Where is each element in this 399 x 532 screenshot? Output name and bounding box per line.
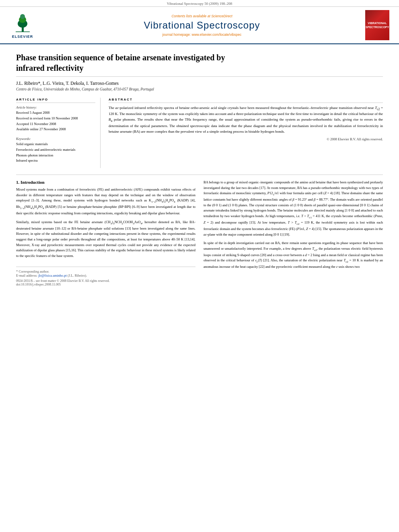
- right-para-1: BA belongs to a group of mixed organic–i…: [204, 180, 383, 237]
- abstract-col: ABSTRACT The ac-polarized infrared refle…: [109, 98, 383, 168]
- journal-cover-image: VIBRATIONAL SPECTROSCOPY: [365, 10, 389, 40]
- article-footer: * Corresponding author. E-mail address: …: [16, 267, 195, 286]
- sciencedirect-info: Contents lists available at ScienceDirec…: [39, 14, 365, 18]
- article-title: Phase transition sequence of betaine ars…: [16, 52, 383, 77]
- keywords-list: Solid organic materials Ferroelectric an…: [16, 142, 95, 163]
- keyword-1: Solid organic materials: [16, 142, 95, 147]
- article-info-col: ARTICLE INFO Article history: Received 5…: [16, 98, 101, 168]
- article-affiliation: Centro de Física, Universidade do Minho,…: [16, 87, 383, 91]
- keyword-3: Phonon–photon interaction: [16, 153, 95, 158]
- journal-center: Contents lists available at ScienceDirec…: [39, 14, 365, 37]
- doi-note: doi:10.1016/j.vibspec.2008.11.005: [16, 283, 195, 286]
- journal-title: Vibrational Spectroscopy: [39, 20, 365, 31]
- intro-para-1: Mixed systems made from a combination of…: [16, 187, 195, 216]
- section-divider: [16, 175, 383, 175]
- intro-para-2: Similarly, mixed systems based on the FE…: [16, 220, 195, 259]
- elsevier-tree-icon: [12, 12, 34, 34]
- journal-homepage: journal homepage: www.elsevier.com/locat…: [39, 33, 365, 37]
- journal-citation: Vibrational Spectroscopy 50 (2009) 198–2…: [0, 0, 399, 7]
- abstract-text: The ac-polarized infrared reflectivity s…: [109, 105, 383, 135]
- abstract-heading: ABSTRACT: [109, 98, 383, 103]
- body-section: 1. Introduction Mixed systems made from …: [16, 180, 383, 286]
- body-right-col: BA belongs to a group of mixed organic–i…: [204, 180, 383, 286]
- keyword-4: Infrared spectra: [16, 158, 95, 163]
- journal-cover: VIBRATIONAL SPECTROSCOPY: [365, 10, 393, 40]
- info-abstract-section: ARTICLE INFO Article history: Received 5…: [16, 98, 383, 168]
- copyright-line: © 2008 Elsevier B.V. All rights reserved…: [109, 137, 383, 141]
- article-info-heading: ARTICLE INFO: [16, 98, 95, 103]
- revised-date: Received in revised form 10 November 200…: [16, 116, 95, 121]
- license-note: 0924-2031/$ – see front matter © 2008 El…: [16, 279, 195, 283]
- keywords-label: Keywords:: [16, 137, 95, 141]
- citation-text: Vibrational Spectroscopy 50 (2009) 198–2…: [167, 2, 232, 6]
- keyword-2: Ferroelectric and antiferroelectric mate…: [16, 147, 95, 152]
- article-authors: J.L. Ribeiro*, L.G. Vieira, T. Dekola, I…: [16, 81, 383, 86]
- keywords-section: Keywords: Solid organic materials Ferroe…: [16, 137, 95, 163]
- accepted-date: Accepted 11 November 2008: [16, 121, 95, 127]
- online-date: Available online 27 November 2008: [16, 127, 95, 132]
- email-note: E-mail address: jlr@fisica.uminho.pt (J.…: [16, 273, 195, 277]
- right-para-2: In spite of the in depth investigation c…: [204, 240, 383, 270]
- body-left-col: 1. Introduction Mixed systems made from …: [16, 180, 195, 286]
- elsevier-label: ELSEVIER: [12, 35, 33, 39]
- history-label: Article history:: [16, 105, 95, 109]
- article-content: Phase transition sequence of betaine ars…: [0, 44, 399, 294]
- section-1-title: 1. Introduction: [16, 180, 195, 185]
- elsevier-logo: ELSEVIER: [6, 12, 39, 39]
- received-date: Received 5 August 2008: [16, 110, 95, 115]
- journal-header: ELSEVIER Contents lists available at Sci…: [0, 7, 399, 44]
- svg-point-3: [20, 14, 25, 19]
- article-history-section: ARTICLE INFO Article history: Received 5…: [16, 98, 95, 132]
- corresponding-author-note: * Corresponding author.: [16, 269, 195, 273]
